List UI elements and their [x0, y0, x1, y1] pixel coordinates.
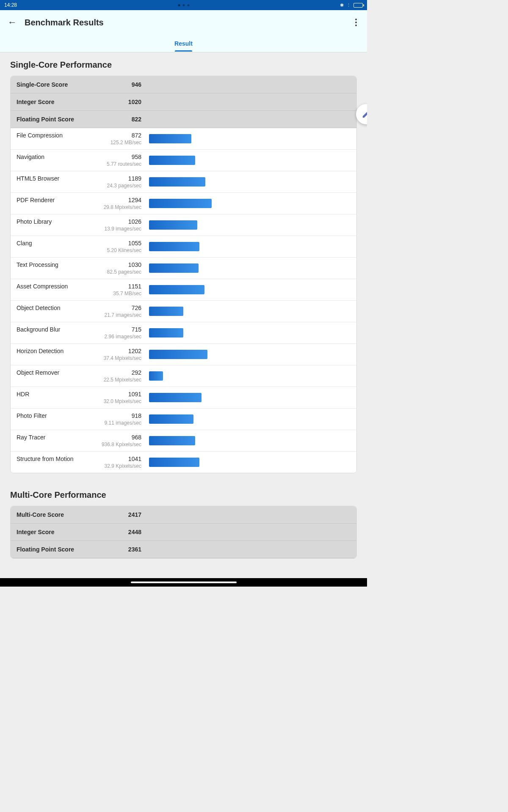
benchmark-labels: Background Blur7152.96 images/sec — [17, 326, 141, 340]
benchmark-bar-cell — [141, 436, 351, 445]
benchmark-score: 1202 — [120, 348, 141, 354]
benchmark-name: PDF Renderer — [17, 197, 93, 203]
benchmark-subtext: 32.0 Mpixels/sec — [17, 398, 141, 404]
summary-value: 2361 — [120, 546, 141, 553]
benchmark-score: 726 — [120, 304, 141, 311]
benchmark-subtext: 2.96 images/sec — [17, 334, 141, 340]
benchmark-bar — [149, 393, 202, 402]
benchmark-labels: Text Processing103082.5 pages/sec — [17, 261, 141, 275]
benchmark-bar-cell — [141, 199, 351, 208]
benchmark-bar — [149, 458, 199, 467]
benchmark-labels: HDR109132.0 Mpixels/sec — [17, 391, 141, 404]
benchmark-row: HTML5 Browser118924.3 pages/sec — [11, 171, 356, 193]
benchmark-score: 918 — [120, 412, 141, 419]
benchmark-name: HDR — [17, 391, 93, 398]
benchmark-row: HDR109132.0 Mpixels/sec — [11, 387, 356, 409]
summary-label: Multi-Core Score — [17, 511, 120, 518]
benchmark-bar — [149, 220, 197, 230]
benchmark-bar-cell — [141, 458, 351, 467]
back-button[interactable]: ← — [8, 17, 17, 28]
benchmark-row: Photo Filter9189.11 images/sec — [11, 409, 356, 430]
benchmark-bar — [149, 285, 204, 294]
benchmark-row: Photo Library102613.9 images/sec — [11, 214, 356, 236]
benchmark-bar — [149, 177, 205, 187]
benchmark-bar-cell — [141, 285, 351, 294]
summary-label: Floating Point Score — [17, 116, 120, 123]
benchmark-subtext: 125.2 MB/sec — [17, 140, 141, 145]
benchmark-name: Background Blur — [17, 326, 93, 333]
benchmark-bar — [149, 263, 199, 273]
benchmark-labels: File Compression872125.2 MB/sec — [17, 132, 141, 145]
pencil-icon — [362, 110, 367, 119]
benchmark-bar-cell — [141, 328, 351, 337]
benchmark-name: Ray Tracer — [17, 434, 93, 441]
benchmark-bar-cell — [141, 220, 351, 230]
benchmark-row: Horizon Detection120237.4 Mpixels/sec — [11, 344, 356, 365]
single-core-card: Single-Core Score946Integer Score1020Flo… — [10, 76, 357, 473]
tab-result[interactable]: Result — [173, 36, 194, 51]
benchmark-subtext: 9.11 images/sec — [17, 420, 141, 426]
benchmark-labels: Clang10555.20 Klines/sec — [17, 240, 141, 253]
benchmark-name: Navigation — [17, 154, 93, 160]
benchmark-score: 1151 — [120, 283, 141, 290]
summary-row: Multi-Core Score2417 — [11, 506, 356, 524]
benchmark-labels: Photo Library102613.9 images/sec — [17, 218, 141, 232]
summary-value: 946 — [120, 81, 141, 88]
summary-value: 2417 — [120, 511, 141, 518]
benchmark-labels: HTML5 Browser118924.3 pages/sec — [17, 175, 141, 189]
home-pill[interactable] — [131, 582, 237, 583]
benchmark-row: Asset Compression115135.7 MB/sec — [11, 279, 356, 301]
benchmark-labels: PDF Renderer129429.8 Mpixels/sec — [17, 197, 141, 210]
benchmark-labels: Photo Filter9189.11 images/sec — [17, 412, 141, 426]
benchmark-name: Clang — [17, 240, 93, 247]
benchmark-name: Photo Library — [17, 218, 93, 225]
benchmark-bar — [149, 307, 183, 316]
status-icons: ✱ ⋮ — [340, 3, 363, 8]
benchmark-bar — [149, 156, 195, 165]
benchmark-score: 1041 — [120, 455, 141, 462]
more-menu-button[interactable] — [353, 16, 359, 29]
benchmark-subtext: 936.8 Kpixels/sec — [17, 442, 141, 447]
benchmark-row: PDF Renderer129429.8 Mpixels/sec — [11, 193, 356, 214]
status-time: 14:28 — [4, 2, 17, 8]
tab-bar: Result — [0, 35, 367, 52]
benchmark-name: Structure from Motion — [17, 455, 93, 462]
benchmark-subtext: 5.20 Klines/sec — [17, 247, 141, 253]
benchmark-score: 1055 — [120, 240, 141, 247]
benchmark-score: 1294 — [120, 197, 141, 203]
app-bar: ← Benchmark Results — [0, 10, 367, 35]
benchmark-bar — [149, 371, 163, 381]
status-bar: 14:28 ✱ ⋮ — [0, 0, 367, 10]
benchmark-subtext: 29.8 Mpixels/sec — [17, 204, 141, 210]
summary-row: Floating Point Score2361 — [11, 541, 356, 558]
summary-label: Single-Core Score — [17, 81, 120, 88]
benchmark-bar — [149, 199, 212, 208]
benchmark-row: Object Remover29222.5 Mpixels/sec — [11, 365, 356, 387]
benchmark-subtext: 37.4 Mpixels/sec — [17, 355, 141, 361]
benchmark-subtext: 21.7 images/sec — [17, 312, 141, 318]
benchmark-labels: Horizon Detection120237.4 Mpixels/sec — [17, 348, 141, 361]
benchmark-name: Object Detection — [17, 304, 93, 311]
benchmark-bar — [149, 350, 207, 359]
benchmark-labels: Ray Tracer968936.8 Kpixels/sec — [17, 434, 141, 447]
benchmark-score: 292 — [120, 369, 141, 376]
section-title-multi-core: Multi-Core Performance — [0, 483, 367, 506]
benchmark-score: 1091 — [120, 391, 141, 398]
camera-dots — [178, 4, 189, 6]
benchmark-name: Horizon Detection — [17, 348, 93, 354]
benchmark-bar-cell — [141, 177, 351, 187]
benchmark-labels: Structure from Motion104132.9 Kpixels/se… — [17, 455, 141, 469]
summary-value: 1020 — [120, 99, 141, 105]
summary-label: Floating Point Score — [17, 546, 120, 553]
benchmark-name: File Compression — [17, 132, 93, 139]
benchmark-bar — [149, 414, 193, 424]
navigation-bar[interactable] — [0, 578, 367, 587]
benchmark-name: HTML5 Browser — [17, 175, 93, 182]
benchmark-score: 1026 — [120, 218, 141, 225]
benchmark-bar-cell — [141, 371, 351, 381]
benchmark-score: 1189 — [120, 175, 141, 182]
benchmark-bar-cell — [141, 393, 351, 402]
wifi-icon: ⋮ — [346, 3, 351, 8]
benchmark-bar-cell — [141, 263, 351, 273]
benchmark-subtext: 13.9 images/sec — [17, 226, 141, 232]
